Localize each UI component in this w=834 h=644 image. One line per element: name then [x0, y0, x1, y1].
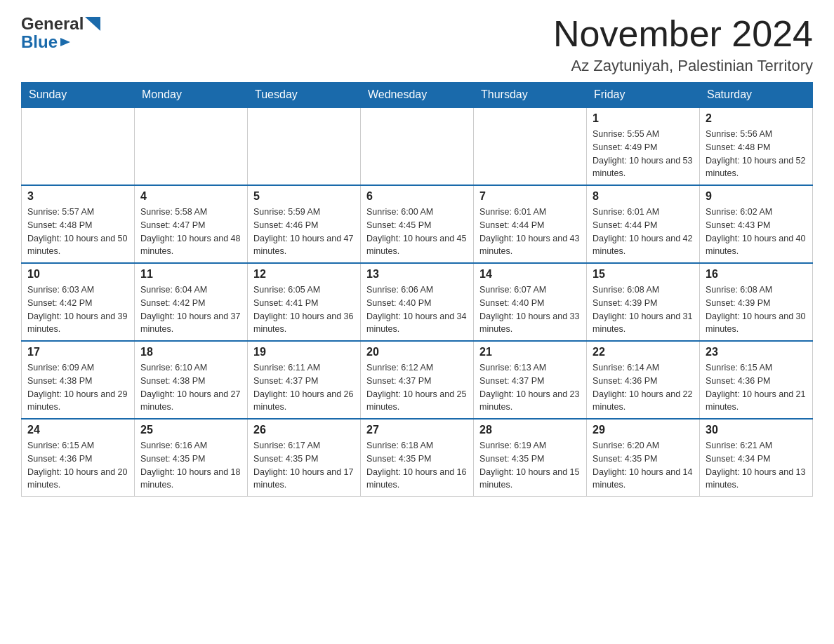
- day-number: 7: [479, 190, 581, 203]
- logo: General Blue: [21, 14, 100, 52]
- day-number: 27: [366, 424, 468, 436]
- day-info: Sunrise: 6:05 AMSunset: 4:41 PMDaylight:…: [253, 283, 355, 336]
- day-number: 26: [253, 424, 355, 436]
- day-info: Sunrise: 5:56 AMSunset: 4:48 PMDaylight:…: [706, 128, 807, 180]
- calendar-day-cell: [474, 107, 587, 185]
- day-info: Sunrise: 6:01 AMSunset: 4:44 PMDaylight:…: [593, 206, 694, 258]
- calendar-day-cell: 8Sunrise: 6:01 AMSunset: 4:44 PMDaylight…: [587, 185, 700, 263]
- day-number: 9: [706, 190, 807, 203]
- day-info: Sunrise: 6:17 AMSunset: 4:35 PMDaylight:…: [253, 439, 355, 492]
- day-number: 19: [253, 346, 355, 358]
- day-number: 22: [593, 346, 694, 358]
- day-info: Sunrise: 5:57 AMSunset: 4:48 PMDaylight:…: [27, 206, 128, 258]
- day-info: Sunrise: 5:59 AMSunset: 4:46 PMDaylight:…: [253, 206, 355, 258]
- day-info: Sunrise: 6:02 AMSunset: 4:43 PMDaylight:…: [706, 206, 807, 258]
- day-info: Sunrise: 6:03 AMSunset: 4:42 PMDaylight:…: [27, 283, 128, 336]
- location-subtitle: Az Zaytuniyah, Palestinian Territory: [553, 57, 813, 75]
- calendar-day-cell: 24Sunrise: 6:15 AMSunset: 4:36 PMDayligh…: [22, 419, 135, 497]
- calendar-day-cell: 9Sunrise: 6:02 AMSunset: 4:43 PMDaylight…: [700, 185, 813, 263]
- calendar-day-cell: 29Sunrise: 6:20 AMSunset: 4:35 PMDayligh…: [587, 419, 700, 497]
- day-header-wednesday: Wednesday: [361, 83, 474, 108]
- day-info: Sunrise: 6:11 AMSunset: 4:37 PMDaylight:…: [253, 361, 355, 414]
- calendar-day-cell: 26Sunrise: 6:17 AMSunset: 4:35 PMDayligh…: [248, 419, 361, 497]
- calendar-day-cell: 30Sunrise: 6:21 AMSunset: 4:34 PMDayligh…: [700, 419, 813, 497]
- day-info: Sunrise: 6:08 AMSunset: 4:39 PMDaylight:…: [706, 283, 807, 336]
- day-header-tuesday: Tuesday: [248, 83, 361, 108]
- day-info: Sunrise: 6:14 AMSunset: 4:36 PMDaylight:…: [593, 361, 694, 414]
- svg-marker-0: [85, 17, 100, 31]
- calendar-day-cell: 22Sunrise: 6:14 AMSunset: 4:36 PMDayligh…: [587, 341, 700, 419]
- calendar-day-cell: 2Sunrise: 5:56 AMSunset: 4:48 PMDaylight…: [700, 107, 813, 185]
- calendar-week-row: 24Sunrise: 6:15 AMSunset: 4:36 PMDayligh…: [22, 419, 813, 497]
- day-info: Sunrise: 6:06 AMSunset: 4:40 PMDaylight:…: [366, 283, 468, 336]
- calendar-day-cell: 19Sunrise: 6:11 AMSunset: 4:37 PMDayligh…: [248, 341, 361, 419]
- calendar-day-cell: 4Sunrise: 5:58 AMSunset: 4:47 PMDaylight…: [135, 185, 248, 263]
- day-number: 21: [479, 346, 581, 358]
- day-info: Sunrise: 6:15 AMSunset: 4:36 PMDaylight:…: [706, 361, 807, 414]
- day-info: Sunrise: 6:15 AMSunset: 4:36 PMDaylight:…: [27, 439, 128, 492]
- day-info: Sunrise: 5:58 AMSunset: 4:47 PMDaylight:…: [140, 206, 241, 258]
- day-number: 30: [706, 424, 807, 436]
- calendar-week-row: 3Sunrise: 5:57 AMSunset: 4:48 PMDaylight…: [22, 185, 813, 263]
- calendar-day-cell: 3Sunrise: 5:57 AMSunset: 4:48 PMDaylight…: [22, 185, 135, 263]
- calendar-week-row: 17Sunrise: 6:09 AMSunset: 4:38 PMDayligh…: [22, 341, 813, 419]
- day-number: 12: [253, 268, 355, 281]
- calendar-day-cell: 14Sunrise: 6:07 AMSunset: 4:40 PMDayligh…: [474, 263, 587, 341]
- day-header-monday: Monday: [135, 83, 248, 108]
- day-number: 25: [140, 424, 241, 436]
- day-number: 2: [706, 112, 807, 125]
- day-number: 29: [593, 424, 694, 436]
- day-info: Sunrise: 6:04 AMSunset: 4:42 PMDaylight:…: [140, 283, 241, 336]
- calendar-table: SundayMondayTuesdayWednesdayThursdayFrid…: [21, 82, 813, 497]
- calendar-day-cell: 20Sunrise: 6:12 AMSunset: 4:37 PMDayligh…: [361, 341, 474, 419]
- day-number: 1: [593, 112, 694, 125]
- day-number: 11: [140, 268, 241, 281]
- day-info: Sunrise: 5:55 AMSunset: 4:49 PMDaylight:…: [593, 128, 694, 180]
- logo-general-text: General: [21, 14, 84, 34]
- calendar-day-cell: 11Sunrise: 6:04 AMSunset: 4:42 PMDayligh…: [135, 263, 248, 341]
- calendar-day-cell: [361, 107, 474, 185]
- day-number: 13: [366, 268, 468, 281]
- calendar-day-cell: 25Sunrise: 6:16 AMSunset: 4:35 PMDayligh…: [135, 419, 248, 497]
- calendar-day-cell: 15Sunrise: 6:08 AMSunset: 4:39 PMDayligh…: [587, 263, 700, 341]
- calendar-day-cell: 7Sunrise: 6:01 AMSunset: 4:44 PMDaylight…: [474, 185, 587, 263]
- calendar-day-cell: 27Sunrise: 6:18 AMSunset: 4:35 PMDayligh…: [361, 419, 474, 497]
- logo-icon: [85, 17, 100, 31]
- day-info: Sunrise: 6:00 AMSunset: 4:45 PMDaylight:…: [366, 206, 468, 258]
- day-number: 15: [593, 268, 694, 281]
- day-header-sunday: Sunday: [22, 83, 135, 108]
- page-header: General Blue November 2024 Az Zaytuniyah…: [21, 14, 813, 75]
- calendar-day-cell: 6Sunrise: 6:00 AMSunset: 4:45 PMDaylight…: [361, 185, 474, 263]
- calendar-day-cell: 28Sunrise: 6:19 AMSunset: 4:35 PMDayligh…: [474, 419, 587, 497]
- calendar-day-cell: [248, 107, 361, 185]
- day-info: Sunrise: 6:10 AMSunset: 4:38 PMDaylight:…: [140, 361, 241, 414]
- day-number: 14: [479, 268, 581, 281]
- month-year-title: November 2024: [553, 14, 813, 54]
- day-number: 10: [27, 268, 128, 281]
- calendar-day-cell: [22, 107, 135, 185]
- day-number: 20: [366, 346, 468, 358]
- title-area: November 2024 Az Zaytuniyah, Palestinian…: [553, 14, 813, 75]
- calendar-day-cell: 12Sunrise: 6:05 AMSunset: 4:41 PMDayligh…: [248, 263, 361, 341]
- calendar-day-cell: 23Sunrise: 6:15 AMSunset: 4:36 PMDayligh…: [700, 341, 813, 419]
- day-info: Sunrise: 6:08 AMSunset: 4:39 PMDaylight:…: [593, 283, 694, 336]
- logo-arrow-icon: [60, 36, 72, 48]
- day-header-saturday: Saturday: [700, 83, 813, 108]
- calendar-day-cell: 10Sunrise: 6:03 AMSunset: 4:42 PMDayligh…: [22, 263, 135, 341]
- day-info: Sunrise: 6:13 AMSunset: 4:37 PMDaylight:…: [479, 361, 581, 414]
- day-info: Sunrise: 6:12 AMSunset: 4:37 PMDaylight:…: [366, 361, 468, 414]
- day-number: 28: [479, 424, 581, 436]
- day-number: 6: [366, 190, 468, 203]
- day-number: 24: [27, 424, 128, 436]
- day-info: Sunrise: 6:07 AMSunset: 4:40 PMDaylight:…: [479, 283, 581, 336]
- calendar-day-cell: 5Sunrise: 5:59 AMSunset: 4:46 PMDaylight…: [248, 185, 361, 263]
- day-info: Sunrise: 6:01 AMSunset: 4:44 PMDaylight:…: [479, 206, 581, 258]
- day-number: 5: [253, 190, 355, 203]
- calendar-day-cell: 13Sunrise: 6:06 AMSunset: 4:40 PMDayligh…: [361, 263, 474, 341]
- calendar-day-cell: [135, 107, 248, 185]
- day-number: 23: [706, 346, 807, 358]
- calendar-day-cell: 17Sunrise: 6:09 AMSunset: 4:38 PMDayligh…: [22, 341, 135, 419]
- day-info: Sunrise: 6:09 AMSunset: 4:38 PMDaylight:…: [27, 361, 128, 414]
- day-number: 4: [140, 190, 241, 203]
- calendar-day-cell: 1Sunrise: 5:55 AMSunset: 4:49 PMDaylight…: [587, 107, 700, 185]
